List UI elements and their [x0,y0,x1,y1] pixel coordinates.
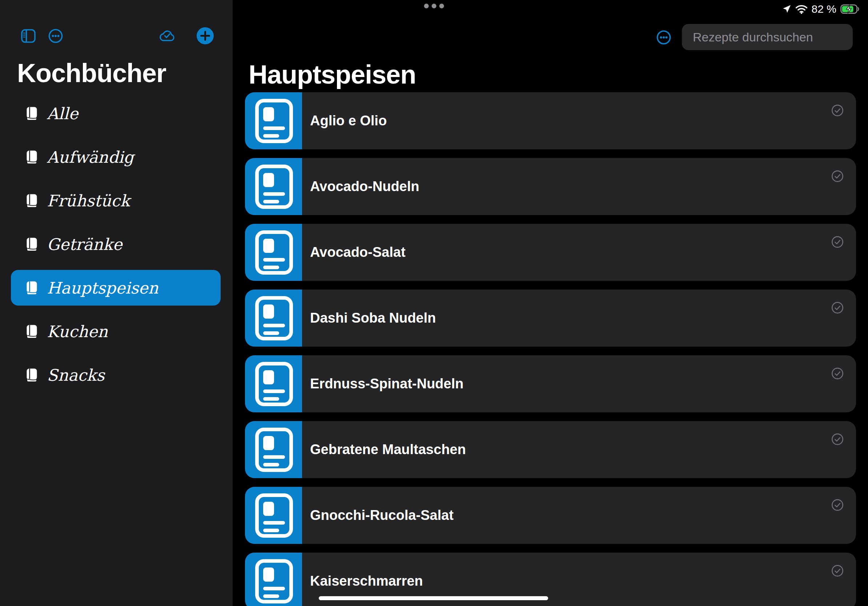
page-title: Hauptspeisen [249,60,416,90]
main-panel: 82 % Hauptspeisen [232,0,868,606]
recipe-list: Aglio e Olio Avocado-Nudeln [245,92,856,606]
recipe-card-icon [245,224,302,281]
recipe-row[interactable]: Erdnuss-Spinat-Nudeln [245,355,856,412]
recipe-thumbnail [245,421,302,478]
ellipsis-circle-icon [48,29,63,43]
cookbook-label: Snacks [47,366,105,384]
recipe-title: Erdnuss-Spinat-Nudeln [310,376,463,392]
sidebar-more-button[interactable] [48,29,63,43]
recipe-thumbnail [245,289,302,346]
check-circle-icon[interactable] [831,564,844,577]
sidebar-title: Kochbücher [17,58,166,88]
check-circle-icon[interactable] [831,104,844,117]
cookbook-label: Alle [47,104,78,123]
ellipsis-circle-icon [656,30,671,45]
recipe-title: Gnocchi-Rucola-Salat [310,507,454,523]
recipe-thumbnail [245,224,302,281]
cookbook-label: Hauptspeisen [47,279,158,297]
recipe-title: Avocado-Salat [310,244,406,260]
recipe-row[interactable]: Avocado-Nudeln [245,158,856,215]
check-circle-icon[interactable] [831,301,844,314]
recipe-thumbnail [245,355,302,412]
recipe-thumbnail [245,92,302,149]
book-icon [26,325,37,338]
status-bar: 82 % [782,3,859,15]
recipe-card-icon [245,158,302,215]
check-circle-icon[interactable] [831,367,844,380]
cookbook-label: Aufwändig [47,148,134,166]
recipe-title: Dashi Soba Nudeln [310,310,436,326]
search-input[interactable] [693,30,854,44]
book-icon [26,194,37,207]
battery-charging-icon [840,5,859,14]
list-more-button[interactable] [656,30,671,45]
book-icon [26,150,37,164]
book-icon [26,281,37,295]
recipe-card-icon [245,421,302,478]
recipe-card-icon [245,553,302,606]
check-circle-icon[interactable] [831,236,844,248]
sidebar-toggle-icon [21,29,36,43]
recipe-title: Avocado-Nudeln [310,179,420,194]
recipe-row[interactable]: Avocado-Salat [245,224,856,281]
sidebar-item-getr-nke[interactable]: Getränke [11,226,221,262]
app-window: Kochbücher Alle Aufwändig Frühstück [0,0,868,606]
wifi-icon [795,5,808,14]
cookbook-label: Frühstück [47,192,130,210]
recipe-card-icon [245,92,302,149]
recipe-row[interactable]: Aglio e Olio [245,92,856,149]
recipe-thumbnail [245,487,302,544]
recipe-row[interactable]: Dashi Soba Nudeln [245,289,856,346]
check-circle-icon[interactable] [831,170,844,182]
cookbook-list: Alle Aufwändig Frühstück Getränke [0,96,232,401]
add-cookbook-button[interactable] [197,27,214,44]
cloud-sync-button[interactable] [159,29,175,43]
plus-circle-icon [197,27,214,44]
book-icon [26,107,37,120]
cookbook-label: Getränke [47,235,122,254]
sidebar-item-aufw-ndig[interactable]: Aufwändig [11,139,221,175]
sidebar-item-hauptspeisen[interactable]: Hauptspeisen [11,270,221,306]
sidebar-item-snacks[interactable]: Snacks [11,357,221,393]
home-indicator[interactable] [319,596,548,600]
recipe-card-icon [245,289,302,346]
recipe-thumbnail [245,553,302,606]
recipe-title: Gebratene Maultaschen [310,442,466,458]
recipe-title: Kaiserschmarren [310,573,423,589]
sidebar-toggle-button[interactable] [21,29,36,43]
sidebar-item-alle[interactable]: Alle [11,96,221,131]
recipe-row[interactable]: Gebratene Maultaschen [245,421,856,478]
search-bar [682,24,853,50]
recipe-title: Aglio e Olio [310,113,387,128]
check-circle-icon[interactable] [831,499,844,511]
recipe-row[interactable]: Gnocchi-Rucola-Salat [245,487,856,544]
sidebar-item-fr-hst-ck[interactable]: Frühstück [11,183,221,218]
multitask-handle[interactable] [424,4,444,8]
sidebar: Kochbücher Alle Aufwändig Frühstück [0,0,232,606]
cloud-check-icon [159,29,175,43]
battery-percent: 82 % [812,3,836,15]
book-icon [26,238,37,251]
cookbook-label: Kuchen [47,322,108,341]
recipe-card-icon [245,355,302,412]
recipe-thumbnail [245,158,302,215]
sidebar-item-kuchen[interactable]: Kuchen [11,314,221,349]
book-icon [26,368,37,382]
recipe-card-icon [245,487,302,544]
location-arrow-icon [782,5,791,14]
check-circle-icon[interactable] [831,433,844,445]
